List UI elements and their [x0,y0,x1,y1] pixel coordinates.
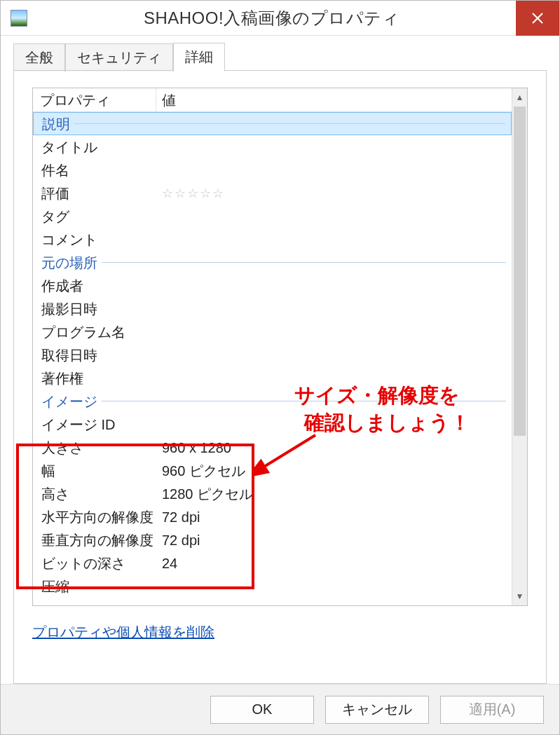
prop-value: 1280 ピクセル [162,487,512,501]
column-header-property[interactable]: プロパティ [33,88,156,111]
prop-name: ビットの深さ [41,556,162,570]
close-button[interactable] [516,1,559,36]
prop-row-dimensions[interactable]: 大きさ 960 x 1280 [33,436,512,459]
group-label: 説明 [42,117,70,131]
prop-name: イメージ ID [41,418,162,432]
prop-name: タグ [41,209,162,224]
group-description[interactable]: 説明 [33,112,512,135]
tab-panel-details: プロパティ 値 説明 タイトル [13,71,547,684]
tab-strip: 全般 セキュリティ 詳細 [13,44,547,71]
prop-value: 960 x 1280 [162,441,512,455]
prop-row-copyright[interactable]: 著作権 [33,366,512,390]
star-icon[interactable]: ☆ [187,187,198,200]
group-divider [102,401,506,401]
prop-row-height[interactable]: 高さ 1280 ピクセル [33,482,512,505]
star-icon[interactable]: ☆ [175,187,186,200]
prop-name: 著作権 [41,371,162,385]
scrollbar-thumb[interactable] [514,107,526,436]
prop-name: プログラム名 [41,325,162,339]
scrollbar-down-icon[interactable]: ▼ [512,587,527,605]
dialog-button-bar: OK キャンセル 適用(A) [1,684,559,734]
star-icon[interactable]: ☆ [200,187,211,200]
properties-header: プロパティ 値 [33,88,512,112]
prop-name: 大きさ [41,441,162,455]
prop-name: 幅 [41,464,162,478]
prop-row-vertical-resolution[interactable]: 垂直方向の解像度 72 dpi [33,528,512,551]
client-area: 全般 セキュリティ 詳細 プロパティ 値 説明 [1,36,559,684]
prop-value-rating[interactable]: ☆ ☆ ☆ ☆ ☆ [162,187,512,200]
star-icon[interactable]: ☆ [212,187,224,200]
prop-name: 圧縮 [41,579,162,593]
group-origin[interactable]: 元の場所 [33,251,512,274]
prop-name: 垂直方向の解像度 [41,533,162,547]
prop-row-horizontal-resolution[interactable]: 水平方向の解像度 72 dpi [33,505,512,528]
vertical-scrollbar[interactable]: ▲ ▼ [512,88,527,605]
ok-button[interactable]: OK [210,696,314,724]
column-header-value[interactable]: 値 [156,88,512,111]
rating-stars[interactable]: ☆ ☆ ☆ ☆ ☆ [162,187,512,200]
tab-general[interactable]: 全般 [13,43,65,71]
prop-value: 72 dpi [162,533,512,547]
group-divider [102,262,506,263]
group-image[interactable]: イメージ [33,390,512,413]
prop-name: 水平方向の解像度 [41,510,162,524]
prop-name: コメント [41,233,162,247]
remove-properties-link[interactable]: プロパティや個人情報を削除 [32,623,214,642]
prop-value: 960 ピクセル [162,464,512,478]
prop-row-date-acquired[interactable]: 取得日時 [33,343,512,366]
prop-value: 72 dpi [162,510,512,524]
star-icon[interactable]: ☆ [162,187,173,200]
prop-row-subject[interactable]: 件名 [33,158,512,181]
prop-row-rating[interactable]: 評価 ☆ ☆ ☆ ☆ ☆ [33,181,512,205]
prop-name: 作成者 [41,279,162,293]
tab-details[interactable]: 詳細 [173,43,225,71]
prop-name: 件名 [41,163,162,177]
apply-button[interactable]: 適用(A) [440,696,544,724]
prop-name: タイトル [41,140,162,154]
properties-body: 説明 タイトル 件名 評価 [33,112,512,598]
window-title: SHAHOO!入稿画像のプロパティ [27,7,516,29]
close-icon [531,12,544,25]
prop-row-comments[interactable]: コメント [33,228,512,251]
prop-row-compression[interactable]: 圧縮 [33,575,512,598]
prop-name: 高さ [41,487,162,501]
properties-table: プロパティ 値 説明 タイトル [32,88,528,606]
scrollbar-track[interactable] [512,107,527,587]
prop-row-width[interactable]: 幅 960 ピクセル [33,459,512,482]
prop-value: 24 [162,556,512,570]
group-label: イメージ [41,394,97,408]
prop-name: 撮影日時 [41,302,162,316]
app-icon [11,10,27,27]
scrollbar-up-icon[interactable]: ▲ [512,88,527,107]
prop-row-date-taken[interactable]: 撮影日時 [33,297,512,320]
prop-row-image-id[interactable]: イメージ ID [33,413,512,436]
prop-name: 取得日時 [41,348,162,362]
properties-dialog: SHAHOO!入稿画像のプロパティ 全般 セキュリティ 詳細 プロパティ 値 [0,0,560,735]
prop-row-tags[interactable]: タグ [33,205,512,228]
cancel-button[interactable]: キャンセル [325,696,429,724]
prop-name: 評価 [41,186,162,200]
prop-row-title[interactable]: タイトル [33,135,512,158]
titlebar: SHAHOO!入稿画像のプロパティ [1,1,559,36]
prop-row-bit-depth[interactable]: ビットの深さ 24 [33,551,512,575]
prop-row-program[interactable]: プログラム名 [33,320,512,343]
group-label: 元の場所 [41,256,97,270]
group-divider [74,123,505,124]
prop-row-authors[interactable]: 作成者 [33,274,512,297]
tab-security[interactable]: セキュリティ [65,43,173,71]
